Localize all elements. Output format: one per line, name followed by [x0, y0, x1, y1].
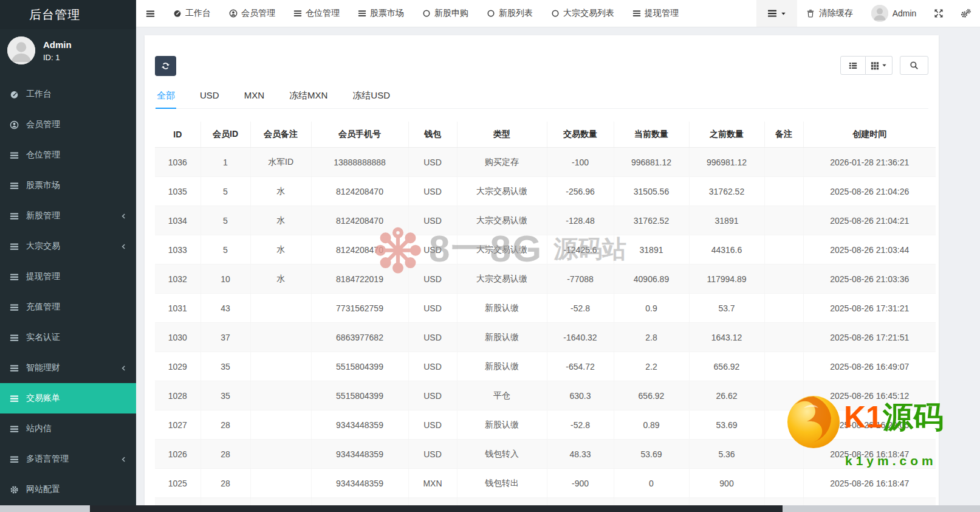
- table-cell: USD: [408, 381, 457, 410]
- settings-gears-icon[interactable]: [952, 0, 980, 27]
- refresh-button[interactable]: [155, 56, 176, 76]
- grid-view-icon: [871, 61, 879, 70]
- table-row: 1026289343448359USD钱包转入48.3353.695.36202…: [155, 440, 936, 469]
- topnav-item-label: 股票市场: [370, 8, 404, 19]
- quick-menu-dropdown[interactable]: [756, 0, 797, 27]
- table-cell: 大宗交易认缴: [457, 265, 547, 294]
- topnav-item[interactable]: 提现管理: [623, 0, 688, 27]
- tab[interactable]: MXN: [243, 85, 266, 108]
- table-cell: 44316.6: [689, 235, 764, 265]
- sidebar-item-label: 股票市场: [26, 180, 60, 191]
- topnav-item[interactable]: 大宗交易列表: [542, 0, 623, 27]
- table-cell: MXN: [408, 469, 457, 498]
- tab[interactable]: 冻结USD: [351, 85, 391, 108]
- table-cell: 5515804399: [311, 352, 408, 381]
- table-cell: 2025-08-26 16:18:47: [803, 440, 936, 469]
- sidebar-item[interactable]: 股票市场: [0, 170, 136, 201]
- app-title: 后台管理: [29, 7, 80, 23]
- transactions-table: ID会员ID会员备注会员手机号钱包类型交易数量当前数量之前数量备注创建时间 10…: [155, 122, 936, 505]
- sidebar-item[interactable]: 交易账单: [0, 383, 136, 413]
- list-icon: [9, 272, 19, 282]
- topnav-item[interactable]: 工作台: [164, 0, 220, 27]
- sidebar-item[interactable]: 多语言管理: [0, 444, 136, 474]
- sidebar-item[interactable]: 网站配置: [0, 474, 136, 505]
- table-cell: [764, 498, 803, 506]
- grid-view-dropdown-button[interactable]: [866, 56, 893, 75]
- topnav-item[interactable]: 股票市场: [349, 0, 413, 27]
- fullscreen-icon[interactable]: [925, 0, 952, 27]
- table-cell: 40906.89: [614, 265, 689, 294]
- sidebar-item[interactable]: 新股管理: [0, 201, 136, 231]
- topnav-item[interactable]: 会员管理: [220, 0, 284, 27]
- search-icon: [910, 61, 919, 70]
- topnav-item[interactable]: 仓位管理: [284, 0, 349, 27]
- sidebar-item-label: 新股管理: [26, 210, 60, 221]
- table-cell: 53.69: [614, 440, 689, 469]
- caret-down-icon: [781, 11, 786, 16]
- table-cell: [764, 381, 803, 410]
- table-cell: 钱包转入: [457, 440, 547, 469]
- table-row: 10345水8124208470USD大宗交易认缴-128.4831762.52…: [155, 206, 936, 235]
- scrollbar-thumb[interactable]: [90, 505, 783, 512]
- table-cell: [250, 469, 311, 498]
- table-cell: 5.36: [614, 498, 689, 506]
- topnav-item[interactable]: 新股申购: [413, 0, 478, 27]
- table-cell: [764, 206, 803, 235]
- list-icon: [9, 333, 19, 342]
- tab[interactable]: USD: [199, 85, 221, 108]
- table-cell: 大宗交易认缴: [457, 177, 547, 206]
- sidebar-item-label: 站内信: [26, 423, 52, 434]
- table-row: 10355水8124208470USD大宗交易认缴-256.9631505.56…: [155, 177, 936, 206]
- table-cell: USD: [408, 352, 457, 381]
- table-cell: 48.33: [547, 440, 614, 469]
- clear-cache-button[interactable]: 清除缓存: [797, 0, 862, 27]
- circle-icon: [487, 9, 495, 18]
- table-cell: 2025-08-26 21:04:26: [803, 177, 936, 206]
- table-cell: 水: [250, 206, 311, 235]
- table-cell: 0.89: [614, 410, 689, 440]
- table-cell: 7731562759: [311, 294, 408, 323]
- toolbar: [155, 56, 928, 76]
- column-header: ID: [155, 122, 200, 148]
- sidebar-item[interactable]: 工作台: [0, 79, 136, 109]
- table-row: 10335水8124208470USD大宗交易认缴-12425.63189144…: [155, 235, 936, 265]
- column-header: 会员备注: [250, 122, 311, 148]
- sidebar-item[interactable]: 大宗交易: [0, 231, 136, 261]
- sidebar-item[interactable]: 实名认证: [0, 322, 136, 353]
- table-cell: [250, 323, 311, 352]
- table-cell: USD: [408, 410, 457, 440]
- tab[interactable]: 冻结MXN: [288, 85, 329, 108]
- table-cell: 43: [200, 294, 250, 323]
- table-cell: 8124208470: [311, 235, 408, 265]
- table-cell: [250, 410, 311, 440]
- list-icon: [9, 394, 19, 403]
- sidebar-item[interactable]: 充值管理: [0, 292, 136, 322]
- table-cell: -100: [547, 148, 614, 177]
- search-button[interactable]: [900, 56, 928, 75]
- topnav-item-label: 新股申购: [434, 8, 468, 19]
- sidebar-item[interactable]: 智能理财: [0, 353, 136, 383]
- table-cell: [764, 440, 803, 469]
- table-cell: [250, 294, 311, 323]
- sidebar-item[interactable]: 提现管理: [0, 261, 136, 292]
- sidebar-item[interactable]: 会员管理: [0, 109, 136, 140]
- list-icon: [9, 151, 19, 160]
- admin-user-button[interactable]: Admin: [862, 0, 926, 27]
- table-cell: 大宗交易认缴: [457, 235, 547, 265]
- tab[interactable]: 全部: [156, 85, 176, 109]
- table-cell: -256.96: [547, 177, 614, 206]
- topnav-item[interactable]: 新股列表: [478, 0, 542, 27]
- sidebar-item-label: 网站配置: [26, 484, 60, 495]
- horizontal-scrollbar[interactable]: [0, 505, 980, 512]
- table-cell: 平仓: [457, 381, 547, 410]
- list-view-button[interactable]: [840, 56, 866, 75]
- table-cell: USD: [408, 440, 457, 469]
- table-cell: USD: [408, 323, 457, 352]
- chevron-left-icon: [120, 456, 127, 463]
- hamburger-icon[interactable]: [136, 0, 164, 27]
- top-navbar: 工作台会员管理仓位管理股票市场新股申购新股列表大宗交易列表提现管理 清除缓存 A…: [136, 0, 980, 27]
- table-cell: 1025: [155, 469, 200, 498]
- table-cell: 28: [200, 498, 250, 506]
- sidebar-item[interactable]: 站内信: [0, 413, 136, 444]
- sidebar-item[interactable]: 仓位管理: [0, 140, 136, 170]
